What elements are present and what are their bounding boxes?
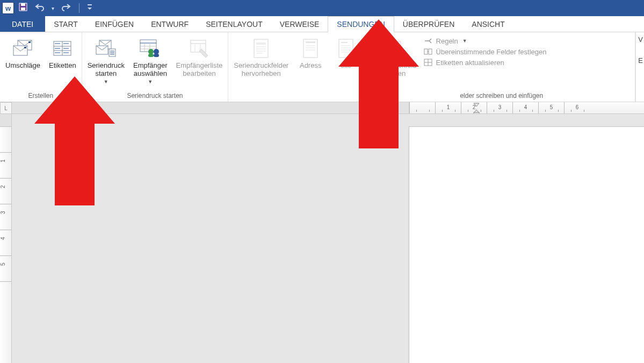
edit-recipients-button: Empfängerliste bearbeiten — [174, 34, 225, 78]
svg-rect-34 — [191, 40, 206, 52]
highlight-fields-label: Seriendruckfelder hervorheben — [234, 62, 288, 78]
ruler-margin-shade — [0, 114, 11, 127]
address-block-label: Adress — [300, 62, 321, 70]
match-fields-button: Übereinstimmende Felder festlegen — [423, 47, 547, 56]
tab-references[interactable]: VERWEISE — [271, 16, 328, 32]
ruler-tick: 1 — [0, 153, 11, 179]
svg-rect-3 — [88, 4, 92, 5]
dropdown-icon: ▼ — [462, 38, 467, 44]
greeting-line-button: eile — [330, 34, 361, 70]
ribbon-edge-partial: V E — [635, 32, 644, 102]
horizontal-ruler[interactable]: 1 2 1 2 3 4 5 6 — [12, 102, 644, 114]
dropdown-icon: ▼ — [104, 79, 108, 84]
select-recipients-button[interactable]: Empfänger auswählen ▼ — [131, 34, 170, 84]
ribbon-group-create: Umschläge Etiketten Erstellen — [0, 32, 82, 102]
ruler-corner[interactable]: L — [0, 102, 12, 114]
greeting-line-label: eile — [341, 62, 351, 70]
ribbon-group-write-fields: Seriendruckfelder hervorheben Adress eil… — [228, 32, 635, 102]
mailmerge-icon — [94, 37, 118, 60]
svg-rect-24 — [140, 40, 156, 52]
labels-button[interactable]: Etiketten — [47, 34, 78, 70]
tab-layout[interactable]: SEITENLAYOUT — [197, 16, 271, 32]
partial-text-1: V — [638, 35, 643, 44]
update-labels-button: Etiketten aktualisieren — [423, 58, 547, 67]
customize-qat-icon[interactable] — [87, 4, 92, 12]
rules-label: Regeln — [436, 37, 458, 45]
insert-merge-field-button: Seriendruckfeld einfügen ▼ — [366, 34, 418, 84]
title-bar: w ▾ — [0, 0, 644, 16]
update-labels-icon — [423, 58, 433, 67]
tab-start[interactable]: START — [45, 16, 86, 32]
edit-recipients-label: Empfängerliste bearbeiten — [176, 62, 223, 78]
tab-file[interactable]: DATEI — [0, 16, 45, 32]
tab-mailings[interactable]: SENDUNGEN — [328, 16, 394, 32]
greeting-line-icon — [334, 37, 358, 60]
select-recipients-label: Empfänger auswählen — [133, 62, 168, 78]
ruler-tick — [409, 102, 435, 113]
ruler-tick: 3 — [0, 204, 11, 230]
svg-rect-7 — [24, 47, 26, 48]
vertical-ruler[interactable]: 1 2 3 4 5 — [0, 114, 12, 363]
group-label-create: Erstellen — [3, 90, 78, 102]
svg-rect-5 — [28, 41, 31, 43]
svg-point-31 — [154, 49, 159, 54]
document-area: L 1 2 1 2 3 4 5 6 1 2 3 — [0, 102, 644, 363]
redo-icon[interactable] — [61, 3, 71, 13]
highlight-fields-icon — [249, 37, 273, 60]
svg-rect-39 — [256, 42, 266, 45]
tab-insert[interactable]: EINFÜGEN — [86, 16, 142, 32]
svg-rect-1 — [21, 3, 25, 6]
indent-markers-icon[interactable] — [473, 102, 480, 114]
undo-dropdown-icon[interactable]: ▾ — [52, 5, 54, 11]
document-page[interactable] — [409, 127, 644, 363]
svg-rect-2 — [21, 8, 25, 10]
group-label-write-fields: elder schreiben und einfügen — [231, 90, 632, 102]
ribbon-tabs: DATEI START EINFÜGEN ENTWURF SEITENLAYOU… — [0, 16, 644, 32]
ruler-tick: 5 — [0, 256, 11, 282]
envelopes-label: Umschläge — [5, 62, 40, 70]
group-label-start-merge: Seriendruck starten — [85, 90, 225, 102]
svg-rect-32 — [148, 54, 154, 57]
ruler-tick — [0, 127, 11, 153]
update-labels-label: Etiketten aktualisieren — [436, 59, 504, 67]
qat-separator — [79, 3, 79, 13]
svg-rect-60 — [424, 49, 428, 54]
svg-rect-66 — [474, 112, 479, 114]
ruler-positive-ticks: 1 2 3 4 5 6 — [409, 102, 590, 113]
ruler-ticks: 1 2 3 4 5 — [0, 127, 11, 282]
tab-review[interactable]: ÜBERPRÜFEN — [394, 16, 463, 32]
highlight-merge-fields-button: Seriendruckfelder hervorheben — [231, 34, 291, 78]
tab-view[interactable]: ANSICHT — [463, 16, 513, 32]
partial-text-2: E — [638, 56, 643, 65]
ruler-tick: 4 — [512, 102, 538, 113]
ruler-tick: 3 — [487, 102, 512, 113]
start-mailmerge-button[interactable]: Seriendruck starten ▼ — [85, 34, 127, 84]
word-app-icon: w — [2, 2, 14, 14]
edit-list-icon — [187, 37, 211, 60]
recipients-icon — [139, 37, 162, 60]
ruler-tick: 2 — [358, 102, 383, 113]
ruler-tick: 1 — [435, 102, 461, 113]
svg-rect-55 — [383, 41, 401, 55]
envelope-icon — [11, 37, 35, 60]
match-fields-icon — [423, 47, 433, 56]
ruler-tick: 5 — [538, 102, 564, 113]
svg-rect-45 — [306, 41, 315, 43]
ruler-tick: 2 — [0, 179, 11, 204]
rules-icon — [423, 37, 433, 45]
undo-icon[interactable] — [34, 3, 45, 13]
svg-rect-38 — [254, 39, 268, 58]
tab-design[interactable]: ENTWURF — [142, 16, 197, 32]
address-block-button: Adress — [295, 34, 326, 70]
title-bar-spacer — [97, 0, 642, 16]
labels-icon — [50, 37, 74, 60]
dropdown-icon: ▼ — [148, 79, 153, 84]
svg-rect-61 — [429, 49, 432, 54]
address-block-icon — [299, 37, 322, 60]
ruler-tick: 1 — [383, 102, 409, 113]
start-mailmerge-label: Seriendruck starten — [88, 62, 125, 78]
save-icon[interactable] — [18, 2, 28, 14]
envelopes-button[interactable]: Umschläge — [3, 34, 42, 70]
ruler-negative-ticks: 1 2 — [358, 102, 409, 113]
ribbon: Umschläge Etiketten Erstellen Seriendruc… — [0, 32, 644, 102]
